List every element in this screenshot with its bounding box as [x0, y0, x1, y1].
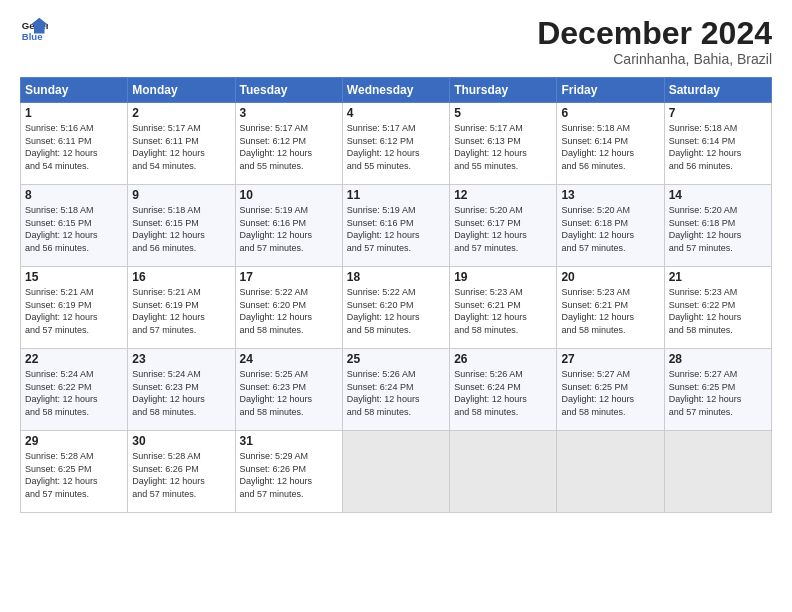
- calendar-cell: 9Sunrise: 5:18 AM Sunset: 6:15 PM Daylig…: [128, 185, 235, 267]
- week-row-1: 1Sunrise: 5:16 AM Sunset: 6:11 PM Daylig…: [21, 103, 772, 185]
- calendar-cell: 11Sunrise: 5:19 AM Sunset: 6:16 PM Dayli…: [342, 185, 449, 267]
- calendar-cell: 24Sunrise: 5:25 AM Sunset: 6:23 PM Dayli…: [235, 349, 342, 431]
- day-info: Sunrise: 5:23 AM Sunset: 6:21 PM Dayligh…: [454, 286, 552, 336]
- calendar-cell: 30Sunrise: 5:28 AM Sunset: 6:26 PM Dayli…: [128, 431, 235, 513]
- day-number: 7: [669, 106, 767, 120]
- page: General Blue December 2024 Carinhanha, B…: [0, 0, 792, 612]
- calendar-cell: 3Sunrise: 5:17 AM Sunset: 6:12 PM Daylig…: [235, 103, 342, 185]
- day-info: Sunrise: 5:21 AM Sunset: 6:19 PM Dayligh…: [132, 286, 230, 336]
- calendar-cell: 10Sunrise: 5:19 AM Sunset: 6:16 PM Dayli…: [235, 185, 342, 267]
- day-info: Sunrise: 5:17 AM Sunset: 6:13 PM Dayligh…: [454, 122, 552, 172]
- logo: General Blue: [20, 16, 48, 44]
- day-number: 20: [561, 270, 659, 284]
- day-info: Sunrise: 5:18 AM Sunset: 6:15 PM Dayligh…: [25, 204, 123, 254]
- day-info: Sunrise: 5:26 AM Sunset: 6:24 PM Dayligh…: [347, 368, 445, 418]
- day-number: 28: [669, 352, 767, 366]
- day-info: Sunrise: 5:29 AM Sunset: 6:26 PM Dayligh…: [240, 450, 338, 500]
- day-info: Sunrise: 5:19 AM Sunset: 6:16 PM Dayligh…: [240, 204, 338, 254]
- calendar-cell: 29Sunrise: 5:28 AM Sunset: 6:25 PM Dayli…: [21, 431, 128, 513]
- calendar-cell: 7Sunrise: 5:18 AM Sunset: 6:14 PM Daylig…: [664, 103, 771, 185]
- day-header-wednesday: Wednesday: [342, 78, 449, 103]
- day-info: Sunrise: 5:21 AM Sunset: 6:19 PM Dayligh…: [25, 286, 123, 336]
- calendar-cell: 15Sunrise: 5:21 AM Sunset: 6:19 PM Dayli…: [21, 267, 128, 349]
- day-number: 5: [454, 106, 552, 120]
- day-info: Sunrise: 5:22 AM Sunset: 6:20 PM Dayligh…: [240, 286, 338, 336]
- calendar-cell: 20Sunrise: 5:23 AM Sunset: 6:21 PM Dayli…: [557, 267, 664, 349]
- calendar-cell: 5Sunrise: 5:17 AM Sunset: 6:13 PM Daylig…: [450, 103, 557, 185]
- day-number: 21: [669, 270, 767, 284]
- days-header-row: SundayMondayTuesdayWednesdayThursdayFrid…: [21, 78, 772, 103]
- day-number: 24: [240, 352, 338, 366]
- calendar-cell: 12Sunrise: 5:20 AM Sunset: 6:17 PM Dayli…: [450, 185, 557, 267]
- week-row-4: 22Sunrise: 5:24 AM Sunset: 6:22 PM Dayli…: [21, 349, 772, 431]
- day-info: Sunrise: 5:18 AM Sunset: 6:14 PM Dayligh…: [561, 122, 659, 172]
- day-number: 3: [240, 106, 338, 120]
- week-row-2: 8Sunrise: 5:18 AM Sunset: 6:15 PM Daylig…: [21, 185, 772, 267]
- header: General Blue December 2024 Carinhanha, B…: [20, 16, 772, 67]
- day-info: Sunrise: 5:17 AM Sunset: 6:12 PM Dayligh…: [347, 122, 445, 172]
- day-header-friday: Friday: [557, 78, 664, 103]
- day-info: Sunrise: 5:26 AM Sunset: 6:24 PM Dayligh…: [454, 368, 552, 418]
- day-number: 4: [347, 106, 445, 120]
- calendar-cell: 23Sunrise: 5:24 AM Sunset: 6:23 PM Dayli…: [128, 349, 235, 431]
- day-number: 16: [132, 270, 230, 284]
- day-number: 13: [561, 188, 659, 202]
- day-info: Sunrise: 5:27 AM Sunset: 6:25 PM Dayligh…: [561, 368, 659, 418]
- day-info: Sunrise: 5:28 AM Sunset: 6:26 PM Dayligh…: [132, 450, 230, 500]
- day-number: 11: [347, 188, 445, 202]
- day-info: Sunrise: 5:20 AM Sunset: 6:18 PM Dayligh…: [561, 204, 659, 254]
- week-row-3: 15Sunrise: 5:21 AM Sunset: 6:19 PM Dayli…: [21, 267, 772, 349]
- day-number: 2: [132, 106, 230, 120]
- day-number: 27: [561, 352, 659, 366]
- calendar-cell: 27Sunrise: 5:27 AM Sunset: 6:25 PM Dayli…: [557, 349, 664, 431]
- day-number: 26: [454, 352, 552, 366]
- calendar-cell: 21Sunrise: 5:23 AM Sunset: 6:22 PM Dayli…: [664, 267, 771, 349]
- day-info: Sunrise: 5:28 AM Sunset: 6:25 PM Dayligh…: [25, 450, 123, 500]
- calendar-cell: 17Sunrise: 5:22 AM Sunset: 6:20 PM Dayli…: [235, 267, 342, 349]
- calendar-cell: [450, 431, 557, 513]
- day-info: Sunrise: 5:23 AM Sunset: 6:22 PM Dayligh…: [669, 286, 767, 336]
- calendar-cell: 2Sunrise: 5:17 AM Sunset: 6:11 PM Daylig…: [128, 103, 235, 185]
- day-number: 10: [240, 188, 338, 202]
- day-header-thursday: Thursday: [450, 78, 557, 103]
- calendar-cell: 19Sunrise: 5:23 AM Sunset: 6:21 PM Dayli…: [450, 267, 557, 349]
- day-info: Sunrise: 5:19 AM Sunset: 6:16 PM Dayligh…: [347, 204, 445, 254]
- day-info: Sunrise: 5:17 AM Sunset: 6:11 PM Dayligh…: [132, 122, 230, 172]
- day-number: 9: [132, 188, 230, 202]
- calendar-cell: 25Sunrise: 5:26 AM Sunset: 6:24 PM Dayli…: [342, 349, 449, 431]
- calendar-cell: 28Sunrise: 5:27 AM Sunset: 6:25 PM Dayli…: [664, 349, 771, 431]
- month-title: December 2024: [537, 16, 772, 51]
- calendar-cell: 14Sunrise: 5:20 AM Sunset: 6:18 PM Dayli…: [664, 185, 771, 267]
- day-info: Sunrise: 5:20 AM Sunset: 6:17 PM Dayligh…: [454, 204, 552, 254]
- day-number: 17: [240, 270, 338, 284]
- title-block: December 2024 Carinhanha, Bahia, Brazil: [537, 16, 772, 67]
- day-header-tuesday: Tuesday: [235, 78, 342, 103]
- day-info: Sunrise: 5:18 AM Sunset: 6:14 PM Dayligh…: [669, 122, 767, 172]
- day-header-monday: Monday: [128, 78, 235, 103]
- logo-icon: General Blue: [20, 16, 48, 44]
- calendar-cell: 18Sunrise: 5:22 AM Sunset: 6:20 PM Dayli…: [342, 267, 449, 349]
- day-header-saturday: Saturday: [664, 78, 771, 103]
- day-info: Sunrise: 5:24 AM Sunset: 6:22 PM Dayligh…: [25, 368, 123, 418]
- calendar-cell: 31Sunrise: 5:29 AM Sunset: 6:26 PM Dayli…: [235, 431, 342, 513]
- day-number: 18: [347, 270, 445, 284]
- calendar-cell: 6Sunrise: 5:18 AM Sunset: 6:14 PM Daylig…: [557, 103, 664, 185]
- day-info: Sunrise: 5:25 AM Sunset: 6:23 PM Dayligh…: [240, 368, 338, 418]
- day-number: 31: [240, 434, 338, 448]
- day-number: 14: [669, 188, 767, 202]
- calendar-cell: 26Sunrise: 5:26 AM Sunset: 6:24 PM Dayli…: [450, 349, 557, 431]
- calendar-table: SundayMondayTuesdayWednesdayThursdayFrid…: [20, 77, 772, 513]
- day-number: 30: [132, 434, 230, 448]
- day-info: Sunrise: 5:27 AM Sunset: 6:25 PM Dayligh…: [669, 368, 767, 418]
- day-info: Sunrise: 5:18 AM Sunset: 6:15 PM Dayligh…: [132, 204, 230, 254]
- day-number: 12: [454, 188, 552, 202]
- day-info: Sunrise: 5:23 AM Sunset: 6:21 PM Dayligh…: [561, 286, 659, 336]
- subtitle: Carinhanha, Bahia, Brazil: [537, 51, 772, 67]
- calendar-cell: 22Sunrise: 5:24 AM Sunset: 6:22 PM Dayli…: [21, 349, 128, 431]
- calendar-cell: 13Sunrise: 5:20 AM Sunset: 6:18 PM Dayli…: [557, 185, 664, 267]
- week-row-5: 29Sunrise: 5:28 AM Sunset: 6:25 PM Dayli…: [21, 431, 772, 513]
- day-info: Sunrise: 5:20 AM Sunset: 6:18 PM Dayligh…: [669, 204, 767, 254]
- calendar-cell: 16Sunrise: 5:21 AM Sunset: 6:19 PM Dayli…: [128, 267, 235, 349]
- day-number: 19: [454, 270, 552, 284]
- day-number: 23: [132, 352, 230, 366]
